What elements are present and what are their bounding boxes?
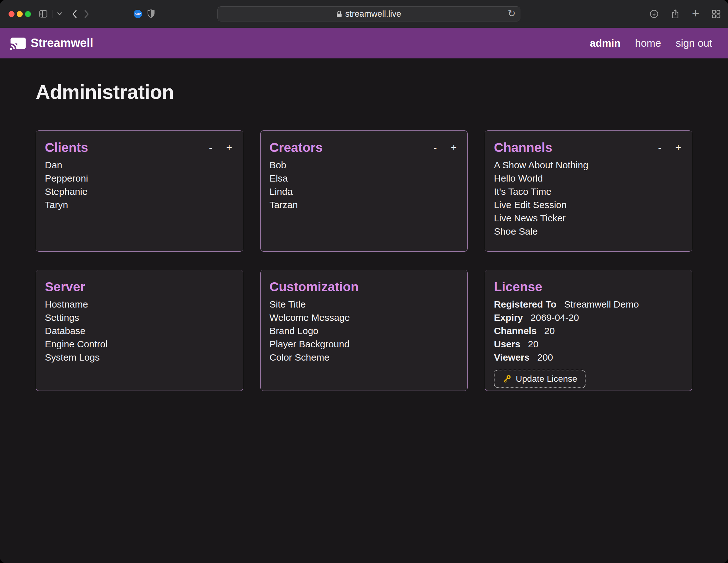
list-item[interactable]: Engine Control (45, 337, 234, 351)
list-item[interactable]: System Logs (45, 351, 234, 364)
list-item[interactable]: Elsa (270, 172, 459, 185)
license-field: Viewers 200 (494, 351, 683, 364)
minimize-window-button[interactable] (17, 11, 23, 17)
card-title: Server (45, 280, 85, 294)
list-item[interactable]: Brand Logo (270, 324, 459, 337)
card-title: Channels (494, 140, 552, 155)
zoom-window-button[interactable] (25, 11, 31, 17)
brand-name: Streamwell (31, 36, 93, 50)
list-item[interactable]: Live News Ticker (494, 212, 683, 225)
shield-icon (147, 9, 155, 18)
toolbar-right-actions: + (650, 0, 720, 28)
address-bar[interactable]: streamwell.live ↻ (217, 6, 520, 21)
sidebar-controls (39, 10, 62, 18)
list-item[interactable]: Bob (270, 159, 459, 172)
browser-window: ABP streamwell.live ↻ (0, 0, 728, 563)
privacy-shield-extension-button[interactable] (147, 9, 155, 18)
list-item[interactable]: Hello World (494, 172, 683, 185)
license-field-label: Registered To (494, 298, 556, 311)
sidebar-icon (39, 10, 47, 18)
traffic-lights (9, 11, 31, 17)
creators-add-button[interactable]: + (451, 140, 457, 155)
card-channels: Channels - + A Show About Nothing Hello … (485, 130, 692, 252)
share-icon (671, 9, 679, 19)
sidebar-toggle-button[interactable] (39, 10, 47, 18)
chevron-left-icon (72, 10, 77, 18)
share-button[interactable] (671, 9, 679, 19)
list-item[interactable]: Hostname (45, 298, 234, 311)
list-item[interactable]: A Show About Nothing (494, 159, 683, 172)
sidebar-menu-chevron[interactable] (57, 12, 62, 15)
admin-card-grid: Clients - + Dan Pepperoni Stephanie Tary… (36, 130, 692, 391)
card-title: Customization (270, 280, 359, 294)
list-item[interactable]: Taryn (45, 198, 234, 212)
card-title: License (494, 280, 542, 294)
download-icon (650, 9, 658, 18)
toolbar-divider (52, 10, 52, 18)
license-field-value: 200 (537, 351, 553, 364)
license-field: Users 20 (494, 337, 683, 351)
key-icon (502, 374, 512, 384)
license-field: Registered To Streamwell Demo (494, 298, 683, 311)
list-item[interactable]: Player Background (270, 337, 459, 351)
tab-grid-icon (712, 10, 720, 18)
list-item[interactable]: Dan (45, 159, 234, 172)
channels-add-button[interactable]: + (675, 140, 681, 155)
back-button[interactable] (72, 10, 77, 18)
header-nav: admin home sign out (590, 37, 712, 49)
list-item[interactable]: Linda (270, 185, 459, 198)
site-header: Streamwell admin home sign out (0, 28, 728, 58)
license-field-value: Streamwell Demo (564, 298, 639, 311)
card-clients: Clients - + Dan Pepperoni Stephanie Tary… (36, 130, 243, 252)
address-url: streamwell.live (345, 9, 401, 19)
license-field-label: Viewers (494, 351, 530, 364)
new-tab-button[interactable]: + (692, 7, 699, 20)
chevron-down-icon (57, 12, 62, 15)
tab-overview-button[interactable] (712, 10, 720, 18)
list-item[interactable]: Settings (45, 311, 234, 324)
update-license-button[interactable]: Update License (494, 370, 585, 388)
creators-remove-button[interactable]: - (434, 140, 437, 155)
list-item[interactable]: Site Title (270, 298, 459, 311)
card-creators: Creators - + Bob Elsa Linda Tarzan (260, 130, 468, 252)
list-item[interactable]: It's Taco Time (494, 185, 683, 198)
list-item[interactable]: Welcome Message (270, 311, 459, 324)
list-item[interactable]: Database (45, 324, 234, 337)
adblock-extension-button[interactable]: ABP (134, 10, 142, 18)
list-item[interactable]: Pepperoni (45, 172, 234, 185)
license-field-label: Channels (494, 324, 537, 337)
forward-button[interactable] (84, 10, 89, 18)
update-license-label: Update License (516, 374, 577, 384)
license-field-label: Users (494, 337, 520, 351)
close-window-button[interactable] (9, 11, 15, 17)
license-field: Channels 20 (494, 324, 683, 337)
license-field-value: 2069-04-20 (531, 311, 579, 324)
brand-logo-link[interactable]: Streamwell (10, 36, 93, 50)
nav-link-admin[interactable]: admin (590, 37, 621, 49)
card-customization: Customization Site Title Welcome Message… (260, 270, 468, 391)
chevron-right-icon (84, 10, 89, 18)
reload-button[interactable]: ↻ (508, 8, 516, 19)
card-server: Server Hostname Settings Database Engine… (36, 270, 243, 391)
page-content: Administration Clients - + Dan Pepperoni… (0, 81, 728, 391)
page-title: Administration (36, 81, 692, 103)
browser-toolbar: ABP streamwell.live ↻ (0, 0, 728, 28)
channels-remove-button[interactable]: - (658, 140, 662, 155)
nav-link-home[interactable]: home (635, 37, 661, 49)
card-license: License Registered To Streamwell Demo Ex… (485, 270, 692, 391)
cast-icon (10, 37, 27, 50)
list-item[interactable]: Tarzan (270, 198, 459, 212)
list-item[interactable]: Live Edit Session (494, 198, 683, 212)
downloads-button[interactable] (650, 9, 658, 18)
clients-add-button[interactable]: + (226, 140, 232, 155)
list-item[interactable]: Color Scheme (270, 351, 459, 364)
card-title: Creators (270, 140, 323, 155)
list-item[interactable]: Stephanie (45, 185, 234, 198)
list-item[interactable]: Shoe Sale (494, 225, 683, 238)
license-field-label: Expiry (494, 311, 523, 324)
nav-link-sign-out[interactable]: sign out (676, 37, 712, 49)
license-field-value: 20 (528, 337, 538, 351)
clients-remove-button[interactable]: - (209, 140, 212, 155)
lock-icon (337, 10, 342, 17)
license-field: Expiry 2069-04-20 (494, 311, 683, 324)
